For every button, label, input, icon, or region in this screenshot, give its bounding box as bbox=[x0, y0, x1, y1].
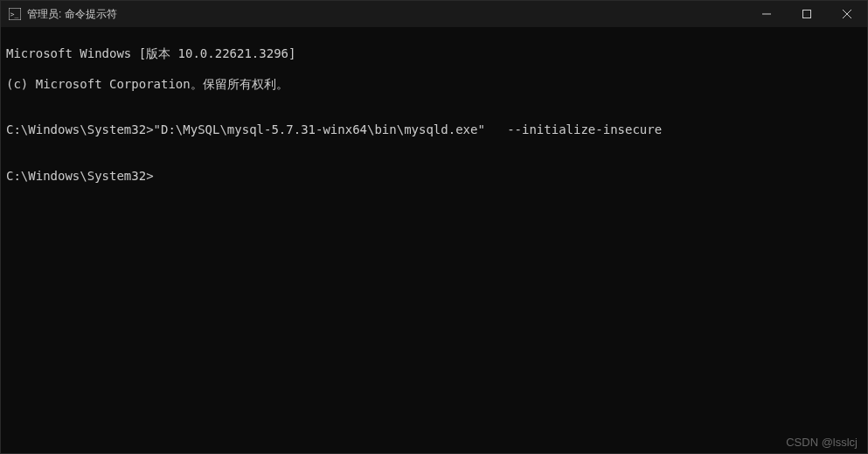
cmd-icon: >_ bbox=[8, 7, 22, 21]
svg-rect-3 bbox=[803, 10, 811, 18]
close-button[interactable] bbox=[827, 1, 867, 27]
svg-text:>_: >_ bbox=[10, 10, 19, 18]
output-line: (c) Microsoft Corporation。保留所有权利。 bbox=[6, 77, 862, 93]
window-controls bbox=[746, 1, 867, 27]
minimize-button[interactable] bbox=[746, 1, 787, 27]
output-line: Microsoft Windows [版本 10.0.22621.3296] bbox=[6, 46, 862, 62]
terminal-output[interactable]: Microsoft Windows [版本 10.0.22621.3296] (… bbox=[1, 27, 867, 453]
titlebar[interactable]: >_ 管理员: 命令提示符 bbox=[1, 1, 867, 27]
watermark: CSDN @lsslcj bbox=[786, 436, 858, 449]
output-line: C:\Windows\System32>"D:\MySQL\mysql-5.7.… bbox=[6, 122, 862, 138]
window-title: 管理员: 命令提示符 bbox=[27, 7, 746, 22]
command-prompt-window: >_ 管理员: 命令提示符 Microsoft Windows [版本 10.0… bbox=[0, 0, 868, 454]
maximize-button[interactable] bbox=[787, 1, 827, 27]
prompt-text: C:\Windows\System32> bbox=[6, 169, 154, 183]
prompt-line: C:\Windows\System32> bbox=[6, 169, 862, 185]
